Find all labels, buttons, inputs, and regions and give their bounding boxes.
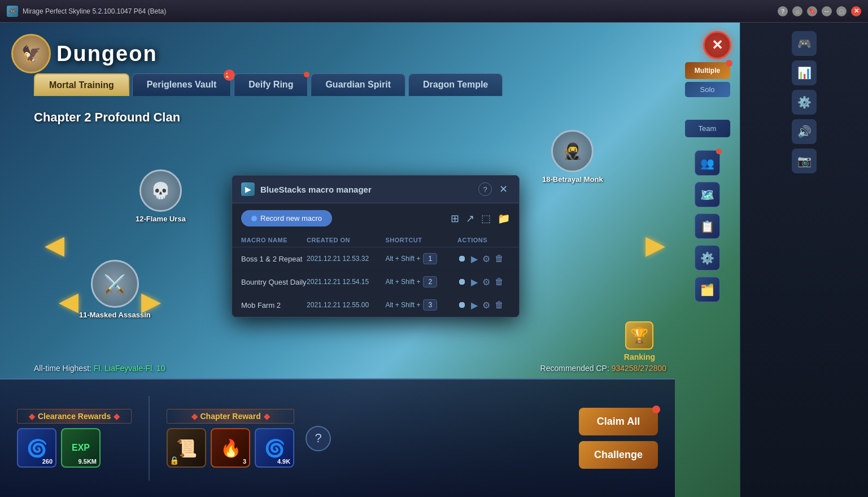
- macro-delete-1[interactable]: 🗑: [495, 254, 504, 264]
- team-button[interactable]: Team: [685, 120, 730, 137]
- macro-settings-3[interactable]: ⚙: [482, 300, 490, 311]
- macro-row-3: Mob Farm 2 2021.12.21 12.55.00 Alt + Shi…: [232, 294, 519, 317]
- tab-mortal-training[interactable]: Mortal Training: [34, 73, 129, 96]
- bs-icon-5[interactable]: 📷: [792, 149, 817, 173]
- nav-arrow-left-bottom[interactable]: ◀: [59, 288, 77, 316]
- macro-delete-3[interactable]: 🗑: [495, 300, 504, 310]
- macro-record-1[interactable]: ⏺: [457, 254, 466, 264]
- side-nav-icon-2[interactable]: 🗺️: [695, 182, 720, 207]
- home-button[interactable]: ⌂: [792, 6, 802, 16]
- game-area: 🦅 Dungeon ✕ Mortal Training Periglenes V…: [0, 23, 740, 497]
- col-macro-name: MACRO NAME: [241, 237, 307, 243]
- all-time-highest: All-time Highest: Fl. LiaFeyvale-Fl. 10: [34, 364, 165, 373]
- macro-export-icon[interactable]: ↗: [466, 212, 474, 225]
- macro-import-icon[interactable]: ⬚: [481, 212, 491, 225]
- clearance-rewards-items: 🌀 260 EXP 9.5KM: [17, 428, 132, 468]
- app-icon: 🎮: [7, 6, 18, 17]
- macro-help-button[interactable]: ?: [478, 182, 492, 196]
- macro-manager-dialog: ▶ BlueStacks macro manager ? ✕ Record ne…: [232, 175, 520, 317]
- shortcut-key-3: 3: [423, 299, 437, 311]
- macro-delete-2[interactable]: 🗑: [495, 277, 504, 287]
- tab-guardian-spirit[interactable]: Guardian Spirit: [311, 73, 405, 96]
- side-nav-icon-5[interactable]: 🗂️: [695, 277, 720, 302]
- window-controls: ? ⌂ 🔖 ─ □ ✕: [778, 6, 861, 16]
- claim-all-dot: [652, 406, 660, 413]
- col-shortcut: SHORTCUT: [385, 237, 457, 243]
- nav-arrow-left-top[interactable]: ◀: [45, 232, 63, 259]
- macro-table: Boss 1 & 2 Repeat 2021.12.21 12.53.32 Al…: [232, 247, 519, 317]
- col-actions: ACTIONS: [457, 237, 510, 243]
- tab-periglenes-vault[interactable]: Periglenes Vault 2+: [132, 73, 232, 96]
- deify-dot: [304, 72, 309, 77]
- boss-masked-assassin[interactable]: ⚔️ 11-Masked Assassin: [79, 260, 151, 319]
- help-button[interactable]: ?: [778, 6, 788, 16]
- maximize-button[interactable]: □: [836, 6, 847, 16]
- chapter-reward-items: 📜 🔒 🔥 3 🌀 4.9K: [167, 428, 294, 468]
- macro-shortcut-1: Alt + Shift + 1: [385, 253, 457, 264]
- rewards-area: Clearance Rewards 🌀 260 EXP 9.5KM Chapte…: [0, 378, 675, 497]
- macro-shortcut-2: Alt + Shift + 2: [385, 276, 457, 287]
- macro-date-2: 2021.12.21 12.54.15: [307, 278, 385, 286]
- bs-icon-4[interactable]: 🔊: [792, 119, 817, 144]
- macro-grid-icon[interactable]: ⊞: [451, 212, 459, 225]
- side-nav-dot-1: [716, 149, 722, 154]
- reward-item-swirl: 🌀 260: [17, 428, 56, 468]
- macro-record-3[interactable]: ⏺: [457, 300, 466, 310]
- bookmark-button[interactable]: 🔖: [807, 6, 817, 16]
- macro-dialog-icon: ▶: [241, 182, 255, 196]
- macro-row-1: Boss 1 & 2 Repeat 2021.12.21 12.53.32 Al…: [232, 247, 519, 271]
- question-button[interactable]: ?: [306, 426, 331, 451]
- macro-actions-3: ⏺ ▶ ⚙ 🗑: [457, 300, 510, 311]
- bs-icon-1[interactable]: 🎮: [792, 31, 817, 56]
- dungeon-title: Dungeon: [56, 42, 158, 66]
- ranking-icon: 🏆: [625, 321, 653, 350]
- bluestacks-sidebar: 🎮 📊 ⚙️ 🔊 📷: [740, 23, 868, 497]
- recommended-cp: Recommended CP: 934258/272800: [540, 364, 666, 373]
- macro-close-button[interactable]: ✕: [496, 182, 510, 196]
- chapter-reward-scroll: 📜 🔒: [167, 428, 206, 468]
- minimize-button[interactable]: ─: [822, 6, 832, 16]
- lock-icon: 🔒: [169, 456, 179, 465]
- solo-button[interactable]: Solo: [685, 82, 730, 97]
- reward-count-3: 3: [243, 458, 246, 465]
- macro-settings-2[interactable]: ⚙: [482, 277, 490, 287]
- challenge-button[interactable]: Challenge: [579, 441, 658, 469]
- macro-date-3: 2021.12.21 12.55.00: [307, 301, 385, 309]
- tab-deify-ring[interactable]: Deify Ring: [234, 73, 308, 96]
- bs-icon-2[interactable]: 📊: [792, 60, 817, 85]
- ranking-button[interactable]: 🏆 Ranking: [624, 321, 655, 361]
- boss-flame-ursa[interactable]: 💀 12-Flame Ursa: [136, 169, 186, 223]
- chapter-reward-label: Chapter Reward: [167, 409, 294, 424]
- app-title: Mirage Perfect Skyline 5.2.100.1047 P64 …: [23, 7, 778, 15]
- claim-all-button[interactable]: Claim All: [579, 408, 658, 435]
- chapter-reward-swirl: 🌀 4.9K: [255, 428, 294, 468]
- nav-arrow-right-top[interactable]: ▶: [645, 232, 664, 259]
- macro-date-1: 2021.12.21 12.53.32: [307, 255, 385, 263]
- macro-toolbar-icons: ⊞ ↗ ⬚ 📁: [451, 212, 510, 225]
- macro-shortcut-3: Alt + Shift + 3: [385, 299, 457, 311]
- macro-dialog-header: ▶ BlueStacks macro manager ? ✕: [232, 176, 519, 203]
- shortcut-key-1: 1: [423, 253, 437, 264]
- nav-arrow-right-bottom[interactable]: ▶: [141, 288, 159, 316]
- macro-folder-icon[interactable]: 📁: [498, 212, 510, 225]
- side-nav-icon-3[interactable]: 📋: [695, 213, 720, 239]
- boss-betrayal-monk[interactable]: 🥷 18-Betrayal Monk: [542, 130, 603, 184]
- macro-toolbar: Record new macro ⊞ ↗ ⬚ 📁: [232, 203, 519, 233]
- macro-play-2[interactable]: ▶: [471, 277, 478, 287]
- side-nav-icon-1[interactable]: 👥: [695, 150, 720, 176]
- reward-count-exp: 9.5KM: [78, 458, 97, 465]
- macro-record-2[interactable]: ⏺: [457, 277, 466, 287]
- macro-settings-1[interactable]: ⚙: [482, 254, 490, 264]
- macro-play-1[interactable]: ▶: [471, 254, 478, 264]
- window-close-button[interactable]: ✕: [851, 6, 861, 16]
- macro-play-3[interactable]: ▶: [471, 300, 478, 311]
- dungeon-header: 🦅 Dungeon: [11, 34, 158, 73]
- separator-1: [149, 396, 150, 481]
- reward-count-260: 260: [42, 458, 53, 465]
- tab-dragon-temple[interactable]: Dragon Temple: [408, 73, 503, 96]
- record-new-macro-button[interactable]: Record new macro: [241, 210, 332, 226]
- side-nav-icon-4[interactable]: ⚙️: [695, 245, 720, 271]
- bs-icon-3[interactable]: ⚙️: [792, 90, 817, 115]
- multiple-button[interactable]: Multiple: [685, 62, 730, 79]
- tabs-container: Mortal Training Periglenes Vault 2+ Deif…: [34, 73, 503, 96]
